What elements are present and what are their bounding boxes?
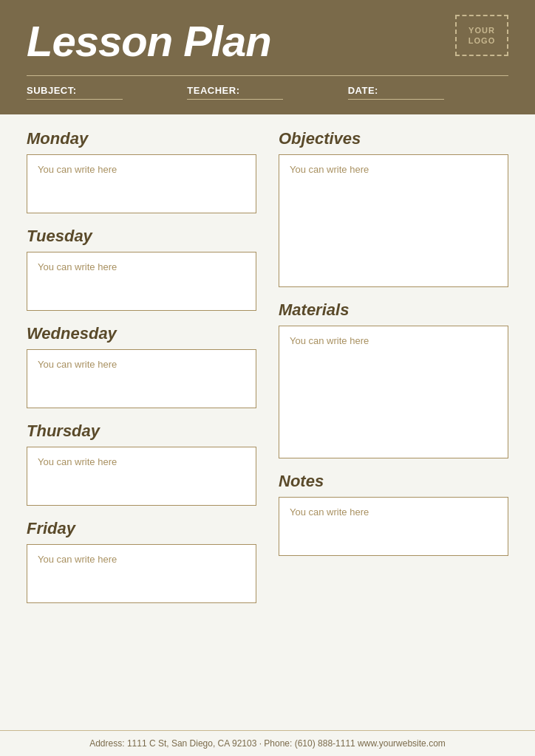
date-label: DATE: xyxy=(348,85,508,96)
wednesday-placeholder: You can write here xyxy=(38,359,117,370)
footer-text: Address: 1111 C St, San Diego, CA 92103 … xyxy=(89,738,446,749)
left-column: Monday You can write here Tuesday You ca… xyxy=(27,129,256,616)
wednesday-title: Wednesday xyxy=(27,324,256,343)
header-fields: SUBJECT: TEACHER: DATE: xyxy=(27,85,508,100)
objectives-title: Objectives xyxy=(279,129,508,148)
main-content: Monday You can write here Tuesday You ca… xyxy=(0,114,535,730)
monday-box[interactable]: You can write here xyxy=(27,154,256,213)
teacher-line xyxy=(187,99,283,100)
materials-placeholder: You can write here xyxy=(290,335,369,346)
monday-placeholder: You can write here xyxy=(38,164,117,175)
materials-box[interactable]: You can write here xyxy=(279,326,508,458)
wednesday-box[interactable]: You can write here xyxy=(27,349,256,408)
notes-placeholder: You can write here xyxy=(290,506,369,518)
friday-placeholder: You can write here xyxy=(38,554,117,565)
thursday-title: Thursday xyxy=(27,422,256,441)
objectives-box[interactable]: You can write here xyxy=(279,154,508,287)
date-line xyxy=(348,99,444,100)
right-column: Objectives You can write here Materials … xyxy=(279,129,508,616)
friday-title: Friday xyxy=(27,519,256,538)
thursday-box[interactable]: You can write here xyxy=(27,447,256,506)
subject-line xyxy=(27,99,123,100)
footer: Address: 1111 C St, San Diego, CA 92103 … xyxy=(0,730,535,756)
notes-title: Notes xyxy=(279,472,508,491)
header-divider xyxy=(27,75,508,76)
logo-box: YOUR LOGO xyxy=(455,15,508,56)
tuesday-box[interactable]: You can write here xyxy=(27,252,256,311)
tuesday-placeholder: You can write here xyxy=(38,261,117,272)
materials-title: Materials xyxy=(279,300,508,320)
notes-box[interactable]: You can write here xyxy=(279,497,508,556)
teacher-field: TEACHER: xyxy=(187,85,347,100)
header: Lesson Plan YOUR LOGO SUBJECT: TEACHER: … xyxy=(0,0,535,114)
monday-title: Monday xyxy=(27,129,256,148)
thursday-placeholder: You can write here xyxy=(38,456,117,467)
date-field: DATE: xyxy=(348,85,508,100)
tuesday-title: Tuesday xyxy=(27,227,256,246)
two-col-layout: Monday You can write here Tuesday You ca… xyxy=(27,129,508,616)
teacher-label: TEACHER: xyxy=(187,85,347,96)
page-title: Lesson Plan xyxy=(27,18,508,65)
objectives-placeholder: You can write here xyxy=(290,164,369,175)
friday-box[interactable]: You can write here xyxy=(27,544,256,603)
subject-field: SUBJECT: xyxy=(27,85,187,100)
subject-label: SUBJECT: xyxy=(27,85,187,96)
